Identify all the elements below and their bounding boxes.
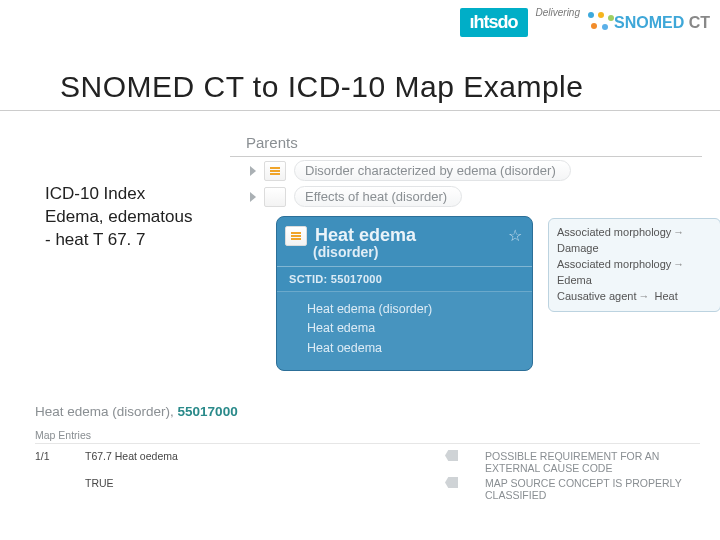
diagram-icon[interactable] <box>264 161 286 181</box>
cluster-icon <box>588 12 610 34</box>
divider <box>230 156 702 157</box>
concept-title: Heat edema <box>315 225 416 246</box>
icd-index-line3: - heat T 67. 7 <box>45 229 230 252</box>
attribute-value: Damage <box>557 242 599 254</box>
map-boolean: TRUE <box>85 477 445 501</box>
parents-heading: Parents <box>246 134 298 151</box>
tag-icon <box>445 450 485 474</box>
delivering-label: Delivering <box>536 7 580 18</box>
brand-part1: SNOMED <box>614 14 684 31</box>
concept-synonyms: Heat edema (disorder) Heat edema Heat oe… <box>277 291 532 370</box>
concept-card: Heat edema ☆ (disorder) SCTID: 55017000 … <box>276 216 533 371</box>
map-title-sep: , <box>170 404 178 419</box>
map-title-id: 55017000 <box>178 404 238 419</box>
snomed-logo: SNOMED CT <box>588 12 710 34</box>
map-grid: 1/1 T67.7 Heat oedema POSSIBLE REQUIREME… <box>35 450 700 501</box>
arrow-icon: → <box>671 258 686 270</box>
brand-part2: CT <box>684 14 710 31</box>
icd-index-line2: Edema, edematous <box>45 206 230 229</box>
map-flag: POSSIBLE REQUIREMENT FOR AN EXTERNAL CAU… <box>485 450 705 474</box>
tag-icon <box>445 477 485 501</box>
arrow-icon: → <box>637 290 652 302</box>
list-item: Heat edema <box>307 319 522 338</box>
ihtsdo-logo: ıhtsdo <box>460 8 528 37</box>
attribute-value: Edema <box>557 274 592 286</box>
chevron-right-icon <box>250 192 256 202</box>
attribute-row: Associated morphology→ Edema <box>557 257 712 289</box>
list-item: Heat oedema <box>307 339 522 358</box>
map-index: 1/1 <box>35 450 85 474</box>
page-title: SNOMED CT to ICD-10 Map Example <box>60 70 583 104</box>
icd-index-line1: ICD-10 Index <box>45 183 230 206</box>
map-title: Heat edema (disorder), 55017000 <box>35 404 700 419</box>
parent-concept-pill[interactable]: Effects of heat (disorder) <box>294 186 462 207</box>
list-item: Heat edema (disorder) <box>307 300 522 319</box>
star-icon[interactable]: ☆ <box>508 226 522 245</box>
sctid-label: SCTID: 55017000 <box>277 266 532 291</box>
attribute-row: Causative agent→ Heat <box>557 289 712 305</box>
map-title-concept: Heat edema (disorder) <box>35 404 170 419</box>
divider <box>35 443 700 444</box>
attribute-value: Heat <box>655 290 678 302</box>
attribute-row: Associated morphology→ Damage <box>557 225 712 257</box>
parent-concept-pill[interactable]: Disorder characterized by edema (disorde… <box>294 160 571 181</box>
attribute-name: Causative agent <box>557 290 637 302</box>
concept-subtitle: (disorder) <box>277 244 532 266</box>
brand-text: SNOMED CT <box>614 14 710 32</box>
parent-row[interactable]: Disorder characterized by edema (disorde… <box>250 160 571 181</box>
map-entries-label: Map Entries <box>35 429 700 441</box>
diagram-icon[interactable] <box>264 187 286 207</box>
map-flag: MAP SOURCE CONCEPT IS PROPERLY CLASSIFIE… <box>485 477 705 501</box>
diagram-icon[interactable] <box>285 226 307 246</box>
attribute-name: Associated morphology <box>557 226 671 238</box>
attribute-name: Associated morphology <box>557 258 671 270</box>
divider <box>0 110 720 111</box>
attributes-card: Associated morphology→ Damage Associated… <box>548 218 720 312</box>
parent-row[interactable]: Effects of heat (disorder) <box>250 186 462 207</box>
chevron-right-icon <box>250 166 256 176</box>
arrow-icon: → <box>671 226 686 238</box>
map-target: T67.7 Heat oedema <box>85 450 445 474</box>
icd-index-note: ICD-10 Index Edema, edematous - heat T 6… <box>45 183 230 252</box>
map-section: Heat edema (disorder), 55017000 Map Entr… <box>35 404 700 501</box>
